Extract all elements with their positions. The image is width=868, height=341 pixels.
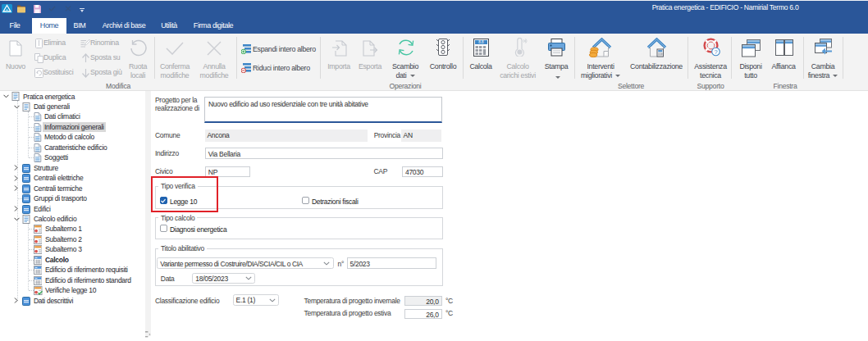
svg-text:8.8: 8.8 [478,40,484,44]
svg-text:?: ? [714,48,717,56]
